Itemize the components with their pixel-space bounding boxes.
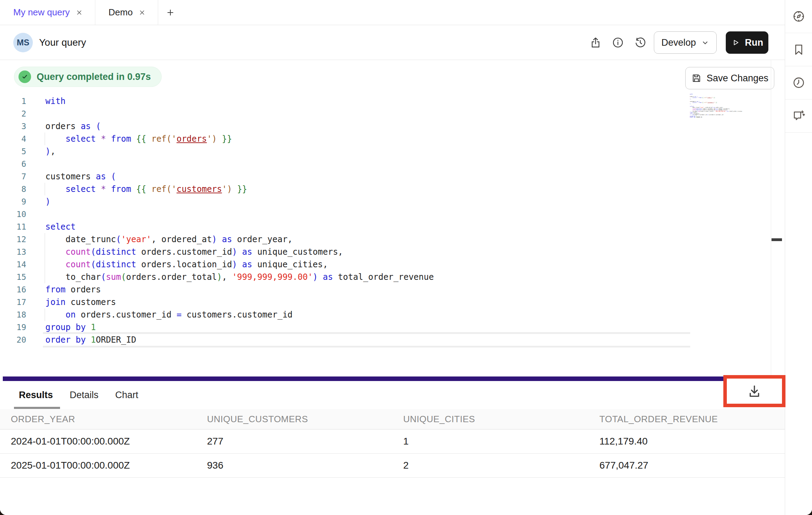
code-line[interactable]: 11select <box>0 221 719 233</box>
line-number: 11 <box>0 221 33 233</box>
results-table: ORDER_YEARUNIQUE_CUSTOMERSUNIQUE_CITIEST… <box>0 409 785 478</box>
query-status-text: Query completed in 0.97s <box>37 72 151 82</box>
editor-tab[interactable]: Demo <box>95 0 158 25</box>
column-header: TOTAL_ORDER_REVENUE <box>589 414 785 425</box>
table-row[interactable]: 2025-01-01T00:00:00.000Z9362677,047.27 <box>0 454 785 478</box>
line-number: 18 <box>0 308 33 321</box>
query-status-badge: Query completed in 0.97s <box>14 67 162 87</box>
code-line[interactable]: 17join customers <box>0 296 719 308</box>
line-number: 9 <box>0 195 33 208</box>
avatar: MS <box>13 33 33 52</box>
line-number: 14 <box>0 258 33 271</box>
tab-label: My new query <box>13 7 70 18</box>
line-number: 2 <box>0 107 33 120</box>
line-number: 17 <box>0 296 33 308</box>
line-number: 6 <box>0 158 33 170</box>
line-number: 15 <box>0 271 33 283</box>
column-header: ORDER_YEAR <box>0 414 196 425</box>
code-editor[interactable]: 1with 2 3orders as ( 4 select * from {{ … <box>0 95 719 346</box>
line-number: 4 <box>0 133 33 145</box>
sidebar-item-ai-assistant[interactable] <box>785 99 812 133</box>
save-icon <box>691 73 702 83</box>
code-line[interactable]: 13 count(distinct orders.customer_id) as… <box>0 246 719 258</box>
app-window: My new query Demo MS Your query <box>0 0 812 515</box>
plus-icon <box>165 8 175 17</box>
sql-editor-panel[interactable]: Query completed in 0.97s Save Changes 1w… <box>0 60 785 376</box>
results-tab-bar: ResultsDetailsChart <box>0 381 785 409</box>
line-number: 10 <box>0 208 33 221</box>
table-cell: 936 <box>196 460 392 471</box>
editor-tab[interactable]: My new query <box>0 0 95 25</box>
code-line[interactable]: 6 <box>0 158 719 170</box>
results-tab-details[interactable]: Details <box>70 390 99 401</box>
code-line[interactable]: 20order by 1ORDER_ID <box>0 334 719 346</box>
code-line[interactable]: 12 date_trunc('year', ordered_at) as ord… <box>0 233 719 246</box>
line-number: 1 <box>0 95 33 107</box>
history-icon <box>634 36 647 49</box>
code-line[interactable]: 3orders as ( <box>0 120 719 133</box>
save-changes-label: Save Changes <box>707 73 768 84</box>
chat-sparkle-icon <box>792 109 805 122</box>
line-number: 7 <box>0 170 33 183</box>
download-icon[interactable] <box>747 383 762 399</box>
code-line[interactable]: 2 <box>0 107 719 120</box>
column-header: UNIQUE_CUSTOMERS <box>196 414 392 425</box>
share-button[interactable] <box>588 35 603 50</box>
history-button[interactable] <box>633 35 648 50</box>
minimap-code: with orders as ( select * from {{ ref('o… <box>690 94 744 118</box>
code-line[interactable]: 4 select * from {{ ref('orders') }} <box>0 133 719 145</box>
table-cell: 1 <box>392 436 589 447</box>
code-line[interactable]: 8 select * from {{ ref('customers') }} <box>0 183 719 195</box>
play-icon <box>731 38 740 47</box>
sidebar-item-history[interactable] <box>785 66 812 99</box>
close-icon[interactable] <box>75 9 83 16</box>
panel-resize-divider[interactable] <box>3 376 785 381</box>
column-header: UNIQUE_CITIES <box>392 414 589 425</box>
code-line[interactable]: 18 on orders.customer_id = customers.cus… <box>0 308 719 321</box>
query-title: Your query <box>39 25 86 60</box>
editor-scroll-gutter[interactable] <box>771 60 785 376</box>
compass-icon <box>792 10 805 23</box>
sidebar-item-explore[interactable] <box>785 0 812 33</box>
minimap[interactable]: with orders as ( select * from {{ ref('o… <box>690 94 744 125</box>
code-line[interactable]: 19group by 1 <box>0 321 719 334</box>
develop-dropdown[interactable]: Develop <box>654 31 717 54</box>
code-line[interactable]: 1with <box>0 95 719 107</box>
line-number: 5 <box>0 145 33 158</box>
line-number: 19 <box>0 321 33 334</box>
line-number: 13 <box>0 246 33 258</box>
code-line[interactable]: 5), <box>0 145 719 158</box>
sidebar-item-bookmarks[interactable] <box>785 33 812 66</box>
tab-bar: My new query Demo <box>0 0 785 25</box>
run-label: Run <box>745 37 763 48</box>
clock-icon <box>792 76 805 89</box>
check-icon <box>19 70 31 83</box>
share-icon <box>589 36 602 49</box>
info-icon <box>612 36 624 49</box>
code-line[interactable]: 9) <box>0 195 719 208</box>
info-button[interactable] <box>610 35 626 50</box>
line-number: 20 <box>0 334 33 346</box>
right-sidebar <box>785 0 812 515</box>
code-line[interactable]: 15 to_char(sum(orders.order_total), '999… <box>0 271 719 283</box>
save-changes-button[interactable]: Save Changes <box>685 67 774 89</box>
code-line[interactable]: 16from orders <box>0 283 719 296</box>
code-line[interactable]: 14 count(distinct orders.location_id) as… <box>0 258 719 271</box>
code-line[interactable]: 7customers as ( <box>0 170 719 183</box>
scroll-handle[interactable] <box>772 238 782 241</box>
close-icon[interactable] <box>138 9 146 16</box>
develop-label: Develop <box>661 37 696 48</box>
code-line[interactable]: 10 <box>0 208 719 221</box>
new-tab-button[interactable] <box>158 0 183 25</box>
results-tab-results[interactable]: Results <box>19 390 53 401</box>
query-header: MS Your query Develop Run <box>0 25 785 60</box>
table-cell: 2024-01-01T00:00:00.000Z <box>0 436 196 447</box>
table-row[interactable]: 2024-01-01T00:00:00.000Z2771112,179.40 <box>0 430 785 454</box>
tab-label: Demo <box>109 7 133 18</box>
run-button[interactable]: Run <box>726 31 768 54</box>
table-cell: 2 <box>392 460 589 471</box>
line-number: 16 <box>0 283 33 296</box>
results-tab-chart[interactable]: Chart <box>115 390 138 401</box>
line-number: 8 <box>0 183 33 195</box>
table-cell: 112,179.40 <box>589 436 785 447</box>
